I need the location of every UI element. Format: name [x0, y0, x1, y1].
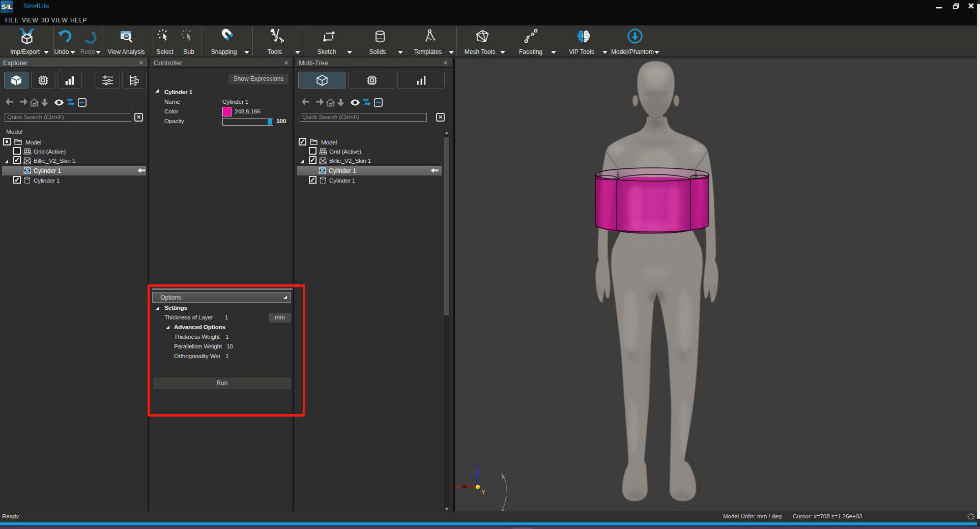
svg-text:Z: Z: [475, 463, 479, 470]
svg-text:Y: Y: [481, 489, 485, 496]
svg-text:X: X: [456, 484, 460, 491]
